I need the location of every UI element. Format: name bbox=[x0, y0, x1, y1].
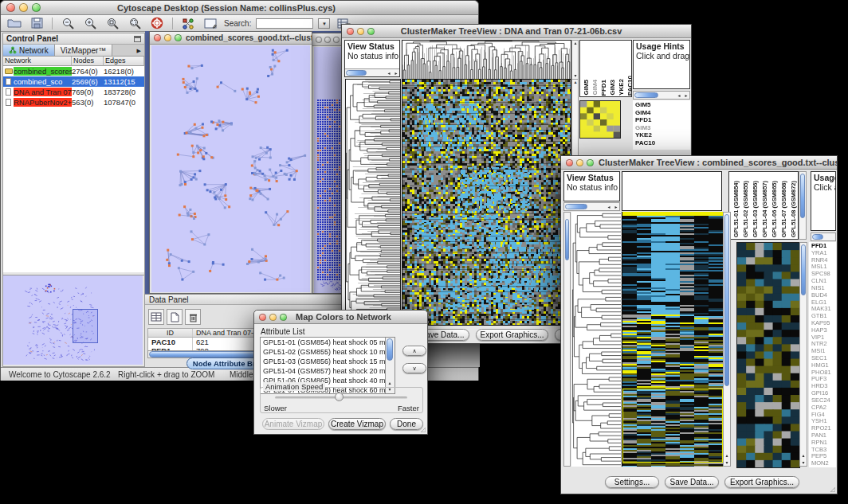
tv2-settings-button[interactable]: Settings... bbox=[605, 476, 659, 488]
delete-attribute-trash-icon[interactable] bbox=[185, 309, 201, 325]
search-dropdown-arrow[interactable]: ▼ bbox=[318, 18, 330, 29]
move-down-button[interactable]: ∨ bbox=[402, 363, 426, 373]
tv2-zoom-heatmap[interactable] bbox=[736, 242, 800, 468]
network-list-row[interactable]: DNA and Tran 07769(0)183728(0) bbox=[3, 87, 144, 97]
main-titlebar[interactable]: Cytoscape Desktop (Session Name: collins… bbox=[1, 1, 478, 15]
tab-network[interactable]: Network bbox=[3, 45, 55, 56]
zoom-window-icon[interactable] bbox=[280, 314, 287, 321]
scroll-right-icon[interactable]: ▸ bbox=[683, 93, 689, 99]
close-icon[interactable] bbox=[566, 159, 573, 166]
network-frame-titlebar[interactable]: combined_scores_good.txt--cluste... bbox=[150, 32, 312, 45]
close-icon[interactable] bbox=[347, 28, 354, 35]
tv2-zoom-vscrollbar[interactable]: ▴ ▾ bbox=[799, 242, 807, 467]
network-list-row[interactable]: combined_sco2569(6)13112(15) bbox=[3, 76, 144, 87]
zoom-window-icon[interactable] bbox=[367, 28, 375, 35]
attribute-list-item[interactable]: GPL51-02 (GSM855) heat shock 10 min bbox=[261, 347, 395, 357]
zoom-in-icon[interactable] bbox=[81, 17, 99, 30]
tv1-usage-hscrollbar[interactable]: ◂ ▸ bbox=[633, 91, 690, 100]
new-attribute-button[interactable] bbox=[167, 309, 183, 325]
scroll-up-icon[interactable]: ▴ bbox=[724, 453, 730, 459]
network-overview-panel[interactable] bbox=[3, 275, 144, 365]
open-file-button[interactable] bbox=[6, 17, 23, 30]
col-network[interactable]: Network bbox=[3, 57, 72, 66]
dialog-titlebar[interactable]: Map Colors to Network bbox=[254, 311, 427, 324]
minimize-icon[interactable] bbox=[576, 159, 583, 166]
minimize-icon[interactable] bbox=[269, 314, 277, 321]
search-input[interactable] bbox=[256, 18, 313, 29]
zoom-window-icon[interactable] bbox=[175, 34, 182, 41]
zoom-window-icon[interactable] bbox=[333, 37, 340, 43]
tv2-save-data-button[interactable]: Save Data... bbox=[665, 476, 719, 488]
scroll-down-icon[interactable]: ▾ bbox=[572, 73, 579, 79]
view-status-hscrollbar[interactable]: ◂ ▸ bbox=[345, 68, 399, 77]
scroll-up-icon[interactable]: ▴ bbox=[572, 80, 579, 85]
scroll-up-icon[interactable]: ▴ bbox=[572, 41, 579, 46]
tv1-zoom-heatmap[interactable] bbox=[579, 100, 621, 139]
create-vizmap-button[interactable]: Create Vizmap bbox=[328, 418, 386, 430]
scroll-right-icon[interactable]: ▸ bbox=[613, 205, 619, 210]
zoom-window-icon[interactable] bbox=[32, 3, 41, 12]
scroll-up-icon[interactable]: ▴ bbox=[387, 381, 393, 386]
network-list-row[interactable]: combined_scores2764(0)16218(0) bbox=[3, 66, 144, 76]
dense-network-canvas[interactable] bbox=[317, 100, 344, 291]
scroll-left-icon[interactable]: ◂ bbox=[676, 93, 682, 99]
zoom-fit-icon[interactable] bbox=[126, 17, 143, 30]
help-lifering-icon[interactable] bbox=[148, 17, 166, 30]
scrollbar-thumb[interactable] bbox=[565, 219, 569, 260]
scrollbar-thumb[interactable] bbox=[812, 234, 823, 240]
network-overview-canvas[interactable] bbox=[3, 275, 143, 365]
scroll-right-icon[interactable]: ▸ bbox=[393, 71, 399, 76]
zoom-selected-icon[interactable] bbox=[104, 17, 121, 30]
resize-grip-icon[interactable]: ◿ bbox=[421, 426, 426, 433]
close-icon[interactable] bbox=[316, 37, 322, 43]
tv1-heatmap[interactable] bbox=[402, 79, 571, 326]
scrollbar-thumb[interactable] bbox=[346, 70, 367, 76]
scrollbar-thumb[interactable] bbox=[724, 214, 729, 386]
treeview1-titlebar[interactable]: ClusterMaker TreeView : DNA and Tran 07-… bbox=[342, 25, 691, 38]
minimize-icon[interactable] bbox=[164, 34, 171, 41]
minimize-icon[interactable] bbox=[357, 28, 364, 35]
scroll-down-icon[interactable]: ▾ bbox=[724, 460, 730, 466]
tv1-export-graphics-button[interactable]: Export Graphics... bbox=[476, 329, 548, 341]
tv2-collabel-vscrollbar[interactable] bbox=[799, 171, 807, 240]
tv2-export-graphics-button[interactable]: Export Graphics... bbox=[724, 476, 799, 488]
tv2-status-hscrollbar[interactable]: ◂ ▸ bbox=[563, 202, 620, 211]
zoom-window-icon[interactable] bbox=[587, 159, 594, 166]
tab-overflow-arrow[interactable]: ▶ bbox=[112, 45, 144, 56]
col-nodes[interactable]: Nodes bbox=[72, 57, 104, 66]
resize-grip-icon[interactable]: ◿ bbox=[830, 486, 835, 493]
tv2-heatmap-vscrollbar[interactable]: ▴ ▾ bbox=[723, 212, 731, 467]
scroll-left-icon[interactable]: ◂ bbox=[606, 205, 612, 210]
tab-vizmapper[interactable]: VizMapper™ bbox=[55, 45, 113, 56]
network-view-frame[interactable]: combined_scores_good.txt--cluste... bbox=[149, 31, 312, 294]
attribute-list-item[interactable]: GPL51-01 (GSM854) heat shock 05 min bbox=[261, 338, 395, 347]
tv2-gene-dendrogram[interactable] bbox=[571, 212, 621, 467]
col-edges[interactable]: Edges bbox=[104, 57, 144, 66]
animate-vizmap-button[interactable]: Animate Vizmap bbox=[262, 418, 324, 430]
scrollbar-thumb[interactable] bbox=[800, 174, 805, 218]
annotation-icon[interactable] bbox=[202, 17, 219, 30]
attribute-list-vscrollbar[interactable]: ▴ ▾ bbox=[385, 338, 395, 393]
close-icon[interactable] bbox=[154, 34, 161, 41]
scrollbar-thumb[interactable] bbox=[634, 92, 658, 98]
minimize-icon[interactable] bbox=[324, 37, 331, 43]
zoom-out-icon[interactable] bbox=[59, 17, 77, 30]
save-session-button[interactable] bbox=[28, 17, 45, 30]
tv2-column-tree-area[interactable] bbox=[622, 171, 722, 211]
id-column-header[interactable]: ID bbox=[148, 329, 193, 337]
tv1-coltree-scrollbar[interactable]: ▴ ▾ bbox=[571, 40, 579, 80]
close-icon[interactable] bbox=[6, 3, 15, 12]
scrollbar-thumb[interactable] bbox=[387, 338, 393, 361]
tv2-usage-hscrollbar[interactable] bbox=[811, 232, 836, 241]
network-list-row[interactable]: RNAPuberNov2+563(0)107847(0) bbox=[3, 97, 144, 107]
tv2-left-vscrollbar[interactable] bbox=[563, 212, 571, 467]
tv1-column-dendrogram[interactable] bbox=[402, 40, 571, 80]
move-up-button[interactable]: ∧ bbox=[402, 346, 426, 356]
scroll-left-icon[interactable]: ◂ bbox=[386, 71, 392, 76]
close-icon[interactable] bbox=[259, 314, 266, 321]
float-panel-icon[interactable] bbox=[134, 36, 141, 42]
select-attributes-button[interactable] bbox=[148, 309, 164, 325]
network-graph-canvas[interactable] bbox=[151, 45, 310, 292]
attribute-list-item[interactable]: GPL51-04 (GSM857) heat shock 20 min bbox=[261, 366, 395, 376]
done-button[interactable]: Done bbox=[390, 418, 423, 430]
